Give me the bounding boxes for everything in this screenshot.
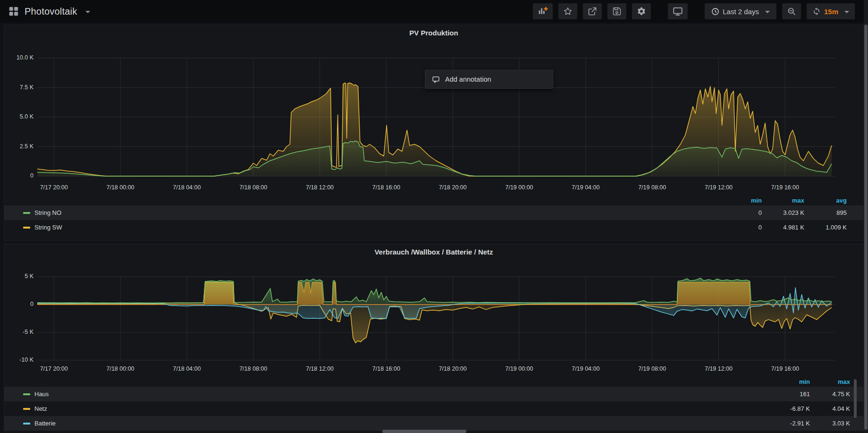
- legend-stat-value: 4.75 K: [810, 391, 850, 398]
- refresh-interval-label[interactable]: 15m: [824, 8, 838, 16]
- clock-icon: [711, 8, 719, 16]
- dashboard-breadcrumb[interactable]: Photovoltaik: [8, 6, 90, 17]
- y-tick-label: 5.0 K: [4, 113, 34, 120]
- legend-swatch[interactable]: [23, 423, 30, 425]
- y-tick-label: -5 K: [4, 329, 34, 335]
- legend-header: minmax: [4, 376, 864, 387]
- x-tick-label: 7/19 00:00: [493, 365, 545, 372]
- legend-swatch[interactable]: [23, 393, 30, 395]
- legend: minmaxavgString NO03.023 K895String SW04…: [4, 195, 864, 235]
- chart-area: [4, 263, 864, 365]
- chevron-down-icon: [765, 11, 770, 13]
- time-range-label: Last 2 days: [723, 8, 759, 16]
- legend-stat-value: 4.04 K: [810, 405, 850, 412]
- legend-scrollbar[interactable]: [854, 379, 857, 418]
- share-dashboard-button[interactable]: [583, 3, 602, 19]
- timeseries-plot[interactable]: [4, 44, 864, 182]
- legend-stat-header-max[interactable]: max: [810, 378, 850, 385]
- y-tick-label: 2.5 K: [4, 143, 34, 150]
- legend-row-netz[interactable]: Netz-6.87 K4.04 K: [4, 401, 864, 416]
- legend-stat-value: 895: [804, 209, 847, 216]
- legend-stat-value: 3.023 K: [762, 209, 804, 216]
- comment-bubble-icon: [432, 76, 440, 84]
- timeseries-plot[interactable]: [4, 263, 864, 363]
- x-tick-label: 7/19 08:00: [626, 184, 678, 191]
- chevron-down-icon: [844, 11, 849, 13]
- add-annotation-label: Add annotation: [445, 76, 491, 83]
- x-tick-label: 7/18 12:00: [294, 184, 346, 191]
- legend-stat-value: 0: [719, 224, 762, 231]
- legend-stat-header-avg[interactable]: avg: [804, 197, 847, 204]
- legend-row-string-no[interactable]: String NO03.023 K895: [4, 205, 864, 220]
- y-tick-label: 7.5 K: [4, 84, 34, 91]
- add-annotation-menu-item[interactable]: Add annotation: [425, 70, 553, 89]
- legend-row-haus[interactable]: Haus1614.75 K: [4, 387, 864, 401]
- zoom-out-button[interactable]: [782, 3, 801, 19]
- panel-pv-produktion: PV Produktion 10.0 K7.5 K5.0 K2.5 K0 7/1…: [4, 25, 864, 241]
- x-tick-label: 7/17 20:00: [28, 184, 80, 191]
- x-tick-label: 7/19 16:00: [759, 365, 811, 372]
- legend-stat-value: -6.87 K: [770, 405, 810, 412]
- legend-swatch[interactable]: [23, 227, 30, 229]
- legend-label[interactable]: String NO: [34, 209, 719, 216]
- horizontal-scrollbar-thumb[interactable]: [382, 430, 466, 433]
- legend-stat-value: 161: [770, 391, 810, 398]
- legend: minmaxHaus1614.75 KNetz-6.87 K4.04 KBatt…: [4, 376, 864, 431]
- dashboards-grid-icon[interactable]: [8, 6, 19, 17]
- y-tick-label: -10 K: [4, 357, 34, 363]
- legend-swatch[interactable]: [23, 408, 30, 410]
- panel-title[interactable]: PV Produktion: [4, 29, 863, 37]
- legend-header: minmaxavg: [4, 195, 864, 205]
- legend-stat-value: 1.009 K: [804, 224, 847, 231]
- legend-stat-header-min[interactable]: min: [770, 378, 810, 385]
- refresh-icon[interactable]: [812, 7, 821, 16]
- legend-label[interactable]: String SW: [34, 224, 719, 231]
- panel-title[interactable]: Verbrauch /Wallbox / Batterie / Netz: [4, 248, 863, 256]
- dashboard-title[interactable]: Photovoltaik: [25, 6, 77, 17]
- legend-swatch[interactable]: [23, 212, 30, 214]
- x-tick-label: 7/18 16:00: [360, 365, 412, 372]
- legend-stat-header-min[interactable]: min: [719, 197, 762, 204]
- x-tick-label: 7/19 12:00: [693, 365, 745, 372]
- page-scrollbar-track[interactable]: [864, 0, 868, 433]
- x-tick-label: 7/18 12:00: [294, 365, 346, 372]
- x-tick-label: 7/18 08:00: [228, 184, 279, 191]
- y-tick-label: 0: [4, 301, 34, 307]
- x-tick-label: 7/18 20:00: [427, 365, 479, 372]
- legend-label[interactable]: Haus: [34, 391, 770, 398]
- legend-row-string-sw[interactable]: String SW04.981 K1.009 K: [4, 220, 864, 235]
- x-tick-label: 7/18 08:00: [228, 365, 279, 372]
- x-tick-label: 7/19 12:00: [693, 184, 745, 191]
- settings-gear-button[interactable]: [632, 3, 651, 19]
- legend-stat-header-max[interactable]: max: [762, 197, 804, 204]
- add-panel-button[interactable]: [533, 3, 553, 19]
- panel-verbrauch: Verbrauch /Wallbox / Batterie / Netz 5 K…: [4, 244, 864, 433]
- cycle-view-monitor-button[interactable]: [668, 3, 688, 19]
- legend-row-batterie[interactable]: Batterie-2.91 K3.03 K: [4, 416, 864, 431]
- y-tick-label: 10.0 K: [4, 54, 34, 61]
- x-tick-label: 7/19 08:00: [626, 365, 678, 372]
- x-tick-label: 7/19 04:00: [560, 365, 612, 372]
- time-range-picker[interactable]: Last 2 days: [705, 3, 776, 19]
- chevron-down-icon: [85, 11, 90, 13]
- x-tick-label: 7/18 04:00: [161, 184, 213, 191]
- legend-stat-value: -2.91 K: [770, 420, 810, 427]
- star-dashboard-button[interactable]: [558, 3, 577, 19]
- legend-stat-value: 0: [719, 209, 762, 216]
- x-tick-label: 7/17 20:00: [28, 365, 80, 372]
- x-tick-label: 7/18 04:00: [161, 365, 213, 372]
- top-navbar: Photovoltaik: [0, 0, 868, 23]
- save-dashboard-button[interactable]: [607, 3, 626, 19]
- x-tick-label: 7/19 16:00: [759, 184, 811, 191]
- legend-label[interactable]: Netz: [34, 405, 770, 412]
- legend-stat-value: 4.981 K: [762, 224, 804, 231]
- y-tick-label: 0: [4, 172, 34, 179]
- page-scrollbar-thumb[interactable]: [864, 25, 868, 430]
- x-tick-label: 7/18 16:00: [360, 184, 412, 191]
- refresh-picker[interactable]: 15m: [807, 3, 855, 19]
- legend-stat-value: 3.03 K: [810, 420, 850, 427]
- y-tick-label: 5 K: [4, 273, 34, 280]
- chart-area: [4, 44, 864, 184]
- legend-label[interactable]: Batterie: [34, 420, 770, 427]
- x-tick-label: 7/19 00:00: [493, 184, 545, 191]
